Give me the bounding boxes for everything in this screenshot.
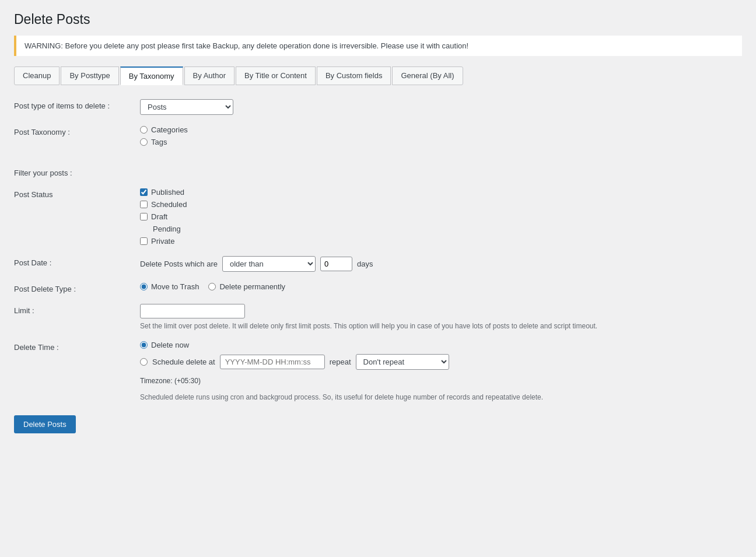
tab-cleanup[interactable]: Cleanup bbox=[14, 66, 60, 85]
post-status-row: Post Status PublishedScheduledDraftPendi… bbox=[14, 188, 742, 246]
warning-text: WARNING: Before you delete any post plea… bbox=[24, 41, 468, 50]
tab-by-posttype[interactable]: By Posttype bbox=[61, 66, 118, 85]
post-date-control: Delete Posts which are older thannewer t… bbox=[140, 256, 742, 272]
limit-control: Set the limit over post delete. It will … bbox=[140, 304, 742, 330]
post-taxonomy-label: Post Taxonomy : bbox=[14, 125, 131, 136]
post-status-item-private: Private bbox=[140, 237, 742, 246]
taxonomy-radio-categories[interactable] bbox=[140, 126, 148, 134]
post-date-label: Post Date : bbox=[14, 256, 131, 267]
post-status-control: PublishedScheduledDraftPendingPrivate bbox=[140, 188, 742, 246]
schedule-help-text: Scheduled delete runs using cron and bac… bbox=[140, 393, 742, 401]
limit-input[interactable] bbox=[140, 304, 245, 318]
tab-by-taxonomy[interactable]: By Taxonomy bbox=[120, 66, 183, 85]
tab-by-custom-fields[interactable]: By Custom fields bbox=[317, 66, 391, 85]
post-status-item-scheduled: Scheduled bbox=[140, 200, 742, 209]
post-delete-type-control: Move to TrashDelete permanently bbox=[140, 282, 742, 291]
post-status-group: PublishedScheduledDraftPendingPrivate bbox=[140, 188, 742, 246]
delete-type-group: Move to TrashDelete permanently bbox=[140, 282, 742, 291]
delete-type-label-delete-permanently: Delete permanently bbox=[219, 282, 285, 291]
delete-type-radio-delete-permanently[interactable] bbox=[208, 283, 216, 290]
schedule-delete-radio[interactable] bbox=[140, 358, 148, 366]
delete-now-label: Delete now bbox=[151, 341, 189, 349]
post-type-label: Post type of items to delete : bbox=[14, 99, 131, 110]
repeat-label: repeat bbox=[330, 358, 351, 366]
post-status-item-published: Published bbox=[140, 188, 742, 197]
post-delete-type-label: Post Delete Type : bbox=[14, 282, 131, 293]
delete-now-item: Delete now bbox=[140, 341, 742, 349]
taxonomy-label-categories: Categories bbox=[151, 125, 188, 134]
post-delete-type-row: Post Delete Type : Move to TrashDelete p… bbox=[14, 282, 742, 293]
delete-type-radio-move-to-trash[interactable] bbox=[140, 283, 148, 290]
post-status-label-published: Published bbox=[151, 188, 184, 197]
warning-box: WARNING: Before you delete any post plea… bbox=[14, 36, 742, 56]
delete-time-label: Delete Time : bbox=[14, 341, 131, 352]
post-taxonomy-row: Post Taxonomy : CategoriesTags bbox=[14, 125, 742, 146]
post-status-item-pending: Pending bbox=[140, 225, 742, 233]
post-status-label: Post Status bbox=[14, 188, 131, 199]
post-status-checkbox-scheduled[interactable] bbox=[140, 201, 148, 208]
post-taxonomy-control: CategoriesTags bbox=[140, 125, 742, 146]
tab-general-by-all[interactable]: General (By All) bbox=[392, 66, 463, 85]
page-title: Delete Posts bbox=[14, 12, 742, 27]
limit-row: Limit : Set the limit over post delete. … bbox=[14, 304, 742, 330]
post-date-prefix: Delete Posts which are bbox=[140, 260, 218, 268]
post-status-checkbox-draft[interactable] bbox=[140, 213, 148, 220]
delete-type-label-move-to-trash: Move to Trash bbox=[151, 282, 199, 291]
taxonomy-radio-group: CategoriesTags bbox=[140, 125, 742, 146]
delete-posts-button[interactable]: Delete Posts bbox=[14, 415, 76, 433]
post-status-checkbox-private[interactable] bbox=[140, 237, 148, 245]
tab-by-author[interactable]: By Author bbox=[184, 66, 235, 85]
tab-by-title-or-content[interactable]: By Title or Content bbox=[236, 66, 316, 85]
repeat-select[interactable]: Don't repeatDailyWeeklyMonthly bbox=[356, 354, 449, 370]
schedule-row: Schedule delete at repeat Don't repeatDa… bbox=[140, 354, 742, 370]
filter-posts-row: Filter your posts : bbox=[14, 166, 742, 177]
post-date-days-input[interactable] bbox=[320, 257, 352, 271]
schedule-delete-label: Schedule delete at bbox=[152, 358, 215, 366]
taxonomy-label-tags: Tags bbox=[151, 138, 167, 146]
post-type-row: Post type of items to delete : PostsPage… bbox=[14, 99, 742, 115]
delete-time-control: Delete now Schedule delete at repeat Don… bbox=[140, 341, 742, 401]
taxonomy-item-categories: Categories bbox=[140, 125, 742, 134]
post-status-label-scheduled: Scheduled bbox=[151, 200, 187, 209]
post-type-control: PostsPagesAttachments bbox=[140, 99, 742, 115]
post-status-label-private: Private bbox=[151, 237, 174, 246]
delete-now-radio[interactable] bbox=[140, 341, 148, 349]
post-date-inner: Delete Posts which are older thannewer t… bbox=[140, 256, 742, 272]
post-date-days-suffix: days bbox=[357, 260, 373, 268]
timezone-label: Timezone: (+05:30) bbox=[140, 377, 742, 385]
schedule-datetime-input[interactable] bbox=[220, 355, 325, 369]
taxonomy-item-tags: Tags bbox=[140, 138, 742, 146]
post-status-label-draft: Draft bbox=[151, 212, 167, 221]
tabs-container: CleanupBy PosttypeBy TaxonomyBy AuthorBy… bbox=[14, 66, 742, 85]
delete-type-item-move-to-trash: Move to Trash bbox=[140, 282, 199, 291]
filter-posts-label: Filter your posts : bbox=[14, 166, 131, 177]
delete-time-row: Delete Time : Delete now Schedule delete… bbox=[14, 341, 742, 401]
post-date-row: Post Date : Delete Posts which are older… bbox=[14, 256, 742, 272]
submit-row: Delete Posts bbox=[14, 415, 742, 433]
delete-type-item-delete-permanently: Delete permanently bbox=[208, 282, 285, 291]
post-date-select[interactable]: older thannewer than bbox=[222, 256, 316, 272]
taxonomy-radio-tags[interactable] bbox=[140, 138, 148, 146]
limit-help-text: Set the limit over post delete. It will … bbox=[140, 322, 742, 330]
post-status-item-draft: Draft bbox=[140, 212, 742, 221]
delete-time-group: Delete now Schedule delete at repeat Don… bbox=[140, 341, 742, 401]
form-section: Post type of items to delete : PostsPage… bbox=[14, 99, 742, 433]
limit-label: Limit : bbox=[14, 304, 131, 315]
post-status-checkbox-published[interactable] bbox=[140, 188, 148, 196]
post-type-select[interactable]: PostsPagesAttachments bbox=[140, 99, 233, 115]
